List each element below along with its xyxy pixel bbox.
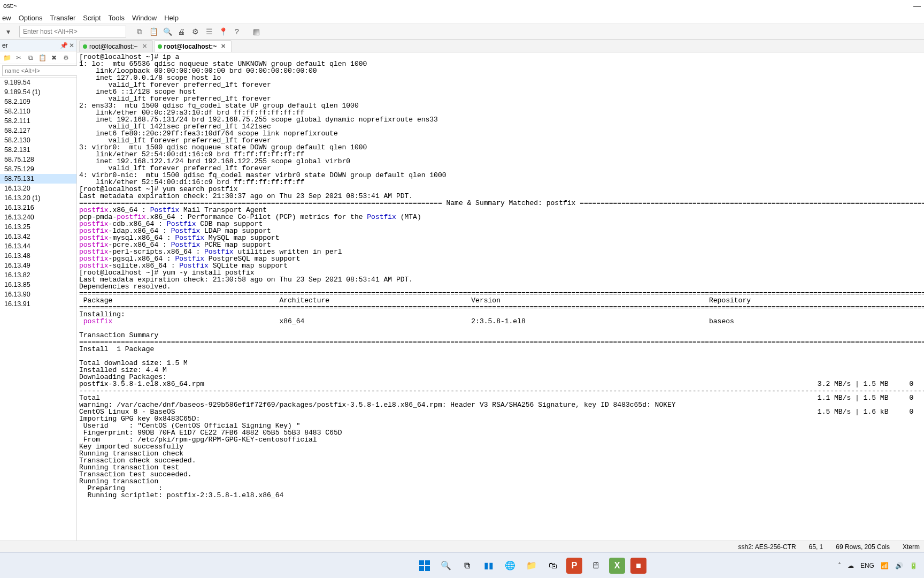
find-icon[interactable]: 🔍 <box>161 26 173 37</box>
host-item[interactable]: 58.2.110 <box>0 107 76 116</box>
grid-icon[interactable]: ▦ <box>250 26 262 37</box>
print-icon[interactable]: 🖨 <box>175 26 187 37</box>
copy-icon[interactable]: ⧉ <box>134 26 145 37</box>
paste-icon[interactable]: 📋 <box>148 26 159 37</box>
host-item[interactable]: 9.189.54 (1) <box>0 87 76 97</box>
svg-rect-0 <box>419 560 424 565</box>
powerpoint-icon[interactable]: P <box>566 558 582 574</box>
host-item[interactable]: 16.13.90 <box>0 290 76 299</box>
host-item[interactable]: 16.13.82 <box>0 270 76 280</box>
host-item[interactable]: 16.13.48 <box>0 251 76 261</box>
edge-icon[interactable]: 🌐 <box>502 558 518 574</box>
svg-rect-3 <box>425 566 430 571</box>
tray-wifi-icon[interactable]: 📶 <box>881 562 889 569</box>
sidebar-search-input[interactable] <box>2 65 81 76</box>
host-item[interactable]: 58.2.109 <box>0 97 76 107</box>
minimize-icon[interactable]: — <box>913 2 921 10</box>
status-cursor: 65, 1 <box>809 543 823 551</box>
host-item[interactable]: 16.13.216 <box>0 203 76 212</box>
sidebar-toolbar: 📁 ✂ ⧉ 📋 ✖ ⚙ <box>0 51 76 64</box>
host-item[interactable]: 16.13.85 <box>0 280 76 290</box>
host-item[interactable]: 58.75.131 <box>0 174 76 184</box>
close-icon[interactable]: ✕ <box>69 42 74 49</box>
menu-tools[interactable]: Tools <box>109 14 125 22</box>
paste2-icon[interactable]: 📋 <box>37 53 47 63</box>
main-toolbar: ▾ ⧉ 📋 🔍 🖨 ⚙ ☰ 📍 ? ▦ <box>0 24 924 40</box>
host-item[interactable]: 16.13.20 (1) <box>0 193 76 203</box>
explorer-icon[interactable]: 📁 <box>523 558 540 574</box>
menu-transfer[interactable]: Transfer <box>50 14 75 22</box>
tab-close-icon[interactable]: ✕ <box>142 43 147 50</box>
app1-icon[interactable]: 🖥 <box>588 558 604 574</box>
host-item[interactable]: 58.2.127 <box>0 126 76 135</box>
help-icon[interactable]: ? <box>231 26 243 37</box>
menu-options[interactable]: Options <box>19 14 43 22</box>
taskview-icon[interactable]: ⧉ <box>459 558 475 574</box>
store-icon[interactable]: 🛍 <box>545 558 561 574</box>
session-sidebar: er 📌 ✕ 📁 ✂ ⧉ 📋 ✖ ⚙ 🔍 9.189.549.189.54 (1… <box>0 40 77 541</box>
status-emu: Xterm <box>903 543 920 551</box>
tray-chevron-icon[interactable]: ˄ <box>838 562 841 569</box>
terminal-area: root@localhost:~✕root@localhost:~✕ [root… <box>77 40 924 541</box>
host-item[interactable]: 16.13.20 <box>0 184 76 193</box>
props-icon[interactable]: ⚙ <box>61 53 71 63</box>
host-item[interactable]: 16.13.91 <box>0 299 76 309</box>
taskbar-search-icon[interactable]: 🔍 <box>438 558 454 574</box>
tab-close-icon[interactable]: ✕ <box>221 43 226 50</box>
copy2-icon[interactable]: ⧉ <box>26 53 35 63</box>
host-input[interactable] <box>19 26 126 37</box>
host-list[interactable]: 9.189.549.189.54 (1)58.2.10958.2.11058.2… <box>0 78 76 541</box>
menu-window[interactable]: Window <box>132 14 157 22</box>
menu-bar: ew Options Transfer Script Tools Window … <box>0 12 924 24</box>
tab-label: root@localhost:~ <box>89 43 138 50</box>
app2-icon[interactable]: X <box>609 558 625 574</box>
delete-icon[interactable]: ✖ <box>49 53 59 63</box>
host-item[interactable]: 58.2.131 <box>0 145 76 155</box>
session-tab[interactable]: root@localhost:~✕ <box>79 40 153 52</box>
status-dot-icon <box>83 44 87 49</box>
host-item[interactable]: 16.13.44 <box>0 241 76 251</box>
host-item[interactable]: 58.75.128 <box>0 155 76 164</box>
new-folder-icon[interactable]: 📁 <box>2 53 12 63</box>
tray-lang[interactable]: ENG <box>860 562 874 569</box>
host-item[interactable]: 58.75.129 <box>0 164 76 174</box>
host-item[interactable]: 16.13.25 <box>0 222 76 232</box>
host-item[interactable]: 58.2.111 <box>0 116 76 126</box>
host-item[interactable]: 16.13.240 <box>0 212 76 222</box>
host-item[interactable]: 58.2.130 <box>0 135 76 145</box>
svg-rect-1 <box>425 560 430 565</box>
terminal-output[interactable]: [root@localhost ~]# ip a 1: lo: mtu 6553… <box>77 52 924 541</box>
status-bar: ssh2: AES-256-CTR 65, 1 69 Rows, 205 Col… <box>0 541 924 552</box>
status-protocol: ssh2: AES-256-CTR <box>738 543 796 551</box>
tab-bar: root@localhost:~✕root@localhost:~✕ <box>77 40 924 52</box>
start-icon[interactable] <box>417 558 433 574</box>
dropdown-icon[interactable]: ▾ <box>2 26 14 37</box>
sidebar-header: er 📌 ✕ <box>0 40 76 51</box>
svg-rect-2 <box>419 566 424 571</box>
sidebar-title: er <box>2 42 8 49</box>
window-title: ost:~ <box>3 2 17 10</box>
settings-icon[interactable]: ⚙ <box>189 26 201 37</box>
status-dot-icon <box>158 44 162 49</box>
widgets-icon[interactable]: ▮▮ <box>481 558 497 574</box>
host-item[interactable]: 16.13.42 <box>0 232 76 241</box>
host-item[interactable]: 9.189.54 <box>0 78 76 87</box>
session-opts-icon[interactable]: ☰ <box>203 26 215 37</box>
menu-script[interactable]: Script <box>83 14 101 22</box>
windows-taskbar: 🔍 ⧉ ▮▮ 🌐 📁 🛍 P 🖥 X ■ ˄ ☁ ENG 📶 🔊 🔋 <box>0 552 924 578</box>
host-input-wrap <box>19 26 126 37</box>
tray-onedrive-icon[interactable]: ☁ <box>848 562 854 569</box>
tray-volume-icon[interactable]: 🔊 <box>895 562 903 569</box>
menu-view[interactable]: ew <box>2 14 11 22</box>
host-item[interactable]: 16.13.49 <box>0 261 76 270</box>
app3-icon[interactable]: ■ <box>630 558 646 574</box>
status-size: 69 Rows, 205 Cols <box>836 543 890 551</box>
tray-battery-icon[interactable]: 🔋 <box>910 562 918 569</box>
sidebar-search: 🔍 <box>0 64 76 78</box>
session-tab[interactable]: root@localhost:~✕ <box>154 40 232 52</box>
menu-help[interactable]: Help <box>164 14 179 22</box>
window-titlebar: ost:~ — <box>0 0 924 12</box>
filter-icon[interactable]: 📍 <box>217 26 229 37</box>
pin-icon[interactable]: 📌 <box>60 42 68 49</box>
cut-icon[interactable]: ✂ <box>14 53 24 63</box>
